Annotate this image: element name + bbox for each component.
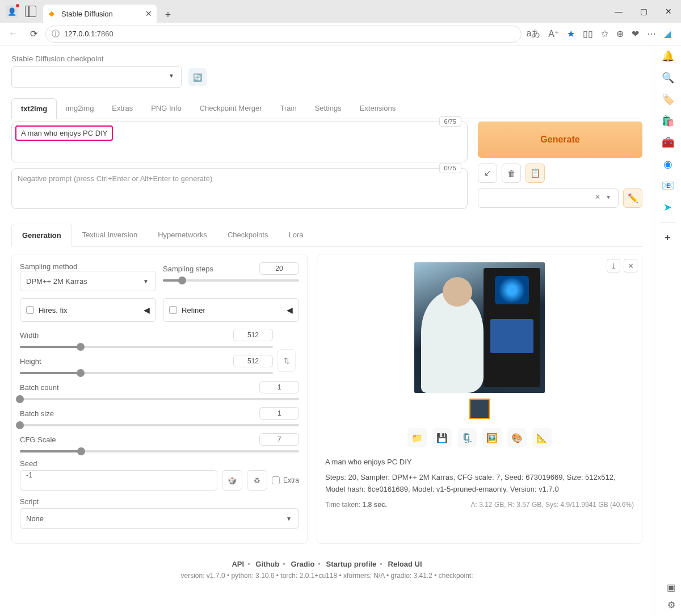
checkbox-icon — [26, 306, 34, 314]
close-window-button[interactable]: ✕ — [656, 0, 681, 23]
copilot-icon[interactable]: ◢ — [664, 28, 671, 39]
maximize-button[interactable]: ▢ — [631, 0, 656, 23]
interrogate-button[interactable]: ↙ — [478, 164, 497, 183]
reuse-seed-button[interactable]: ♻ — [247, 470, 267, 491]
tab-txt2img[interactable]: txt2img — [11, 98, 57, 119]
height-slider[interactable] — [20, 372, 273, 374]
footer-link-api[interactable]: API — [232, 560, 244, 568]
back-button[interactable]: ← — [5, 28, 22, 40]
footer-link-github[interactable]: Github — [255, 560, 279, 568]
more-menu-icon[interactable]: ⋯ — [647, 28, 656, 39]
cfg-scale-value[interactable]: 7 — [259, 433, 299, 446]
read-aloud-icon[interactable]: A⁺ — [548, 28, 559, 39]
bell-icon[interactable]: 🔔 — [662, 50, 674, 62]
generation-settings-panel: Sampling method DPM++ 2M Karras Sampling… — [11, 254, 308, 544]
refiner-toggle[interactable]: Refiner◀ — [163, 298, 299, 322]
paste-button[interactable]: 📋 — [526, 164, 545, 183]
new-tab-button[interactable]: + — [160, 7, 176, 23]
add-sidebar-icon[interactable]: + — [665, 232, 671, 244]
shopping-icon[interactable]: 🛍️ — [662, 115, 674, 127]
batch-count-value[interactable]: 1 — [259, 381, 299, 393]
width-value[interactable]: 512 — [233, 329, 273, 341]
seed-extra-toggle[interactable]: Extra — [272, 476, 299, 484]
time-taken: Time taken: 1.8 sec. — [325, 501, 387, 509]
health-icon[interactable]: ❤︎ — [632, 28, 639, 39]
edit-styles-button[interactable]: ✏️ — [623, 188, 642, 208]
save-button[interactable]: 💾 — [432, 428, 452, 447]
batch-size-value[interactable]: 1 — [259, 407, 299, 420]
refresh-checkpoints-button[interactable]: 🔄 — [188, 68, 207, 86]
send-inpaint-button[interactable]: 🎨 — [507, 428, 527, 447]
divider — [661, 223, 675, 223]
tab-img2img[interactable]: img2img — [57, 98, 103, 119]
toolbar-icons: aあ A⁺ ★ ▯▯ ✩ ⊕ ❤︎ ⋯ ◢ — [526, 28, 671, 40]
batch-size-slider[interactable] — [20, 424, 299, 426]
hires-fix-toggle[interactable]: Hires. fix◀ — [20, 298, 156, 322]
batch-count-slider[interactable] — [20, 398, 299, 400]
clear-prompt-button[interactable]: 🗑 — [502, 164, 521, 183]
settings-gear-icon[interactable]: ⚙ — [667, 600, 675, 610]
send-icon[interactable]: ➤ — [663, 201, 672, 213]
sampling-steps-slider[interactable] — [163, 279, 299, 282]
negative-prompt-textarea[interactable]: 0/75 Negative prompt (press Ctrl+Enter o… — [11, 168, 468, 209]
close-image-button[interactable]: ✕ — [624, 259, 637, 273]
edge-sidebar: 🔔 🔍 🏷️ 🛍️ 🧰 ◉ 📧 ➤ + — [654, 45, 681, 616]
width-slider[interactable] — [20, 346, 273, 348]
send-img2img-button[interactable]: 🖼️ — [482, 428, 502, 447]
footer-link-startup[interactable]: Startup profile — [326, 560, 377, 568]
subtab-hypernetworks[interactable]: Hypernetworks — [148, 224, 217, 246]
download-image-button[interactable]: ⤓ — [607, 259, 620, 273]
random-seed-button[interactable]: 🎲 — [222, 470, 242, 491]
generate-button[interactable]: Generate — [478, 121, 642, 158]
save-zip-button[interactable]: 🗜️ — [457, 428, 477, 447]
site-info-icon[interactable]: ⓘ — [52, 29, 60, 39]
address-bar[interactable]: ⓘ 127.0.0.1:7860 — [45, 26, 522, 43]
minimize-button[interactable]: — — [606, 0, 631, 23]
profile-avatar-icon[interactable]: 👤 — [6, 5, 18, 18]
outlook-icon[interactable]: 📧 — [662, 179, 674, 192]
tab-pnginfo[interactable]: PNG Info — [142, 98, 190, 119]
styles-select[interactable] — [478, 188, 619, 208]
browser-tab[interactable]: ◆ Stable Diffusion ✕ — [43, 5, 157, 23]
sampling-method-select[interactable]: DPM++ 2M Karras — [20, 271, 156, 291]
favorite-star-icon[interactable]: ★ — [567, 28, 575, 39]
checkbox-icon — [169, 306, 177, 314]
sidebar-toggle-icon[interactable] — [25, 6, 36, 17]
tab-checkpoint-merger[interactable]: Checkpoint Merger — [191, 98, 271, 119]
tab-extras[interactable]: Extras — [103, 98, 142, 119]
checkpoint-select[interactable] — [11, 66, 182, 88]
subtab-checkpoints[interactable]: Checkpoints — [217, 224, 279, 246]
reload-button[interactable]: ⟳ — [26, 28, 41, 39]
translate-icon[interactable]: aあ — [526, 28, 540, 40]
swap-dimensions-button[interactable]: ⇅ — [278, 349, 296, 372]
sampling-steps-value[interactable]: 20 — [259, 262, 299, 275]
panel-toggle-icon[interactable]: ▣ — [667, 582, 675, 593]
cfg-scale-slider[interactable] — [20, 450, 299, 452]
footer-link-reload[interactable]: Reload UI — [388, 560, 422, 568]
seed-input[interactable]: -1 — [20, 470, 217, 491]
subtab-textual-inversion[interactable]: Textual Inversion — [72, 224, 148, 246]
send-extras-button[interactable]: 📐 — [532, 428, 552, 447]
collections-icon[interactable]: ⊕ — [616, 28, 624, 39]
favorites-icon[interactable]: ✩ — [601, 28, 608, 39]
search-icon[interactable]: 🔍 — [662, 72, 674, 84]
reading-list-icon[interactable]: ▯▯ — [583, 28, 593, 39]
tab-settings[interactable]: Settings — [306, 98, 351, 119]
tab-extensions[interactable]: Extensions — [351, 98, 405, 119]
footer-link-gradio[interactable]: Gradio — [291, 560, 314, 568]
tools-icon[interactable]: 🧰 — [662, 136, 674, 149]
tag-icon[interactable]: 🏷️ — [662, 93, 674, 106]
tab-train[interactable]: Train — [271, 98, 306, 119]
height-value[interactable]: 512 — [233, 355, 273, 367]
subtab-generation[interactable]: Generation — [11, 224, 72, 247]
subtab-lora[interactable]: Lora — [278, 224, 313, 246]
script-select[interactable]: None — [20, 508, 299, 529]
open-folder-button[interactable]: 📁 — [407, 428, 427, 447]
thumbnail[interactable] — [469, 399, 490, 419]
close-tab-icon[interactable]: ✕ — [145, 9, 152, 18]
generation-sub-tabs: Generation Textual Inversion Hypernetwor… — [11, 224, 642, 247]
prompt-textarea[interactable]: 6/75 A man who enjoys PC DIY — [11, 121, 468, 162]
seed-label: Seed — [20, 459, 299, 468]
generated-image[interactable] — [414, 262, 545, 393]
office-icon[interactable]: ◉ — [663, 158, 672, 170]
